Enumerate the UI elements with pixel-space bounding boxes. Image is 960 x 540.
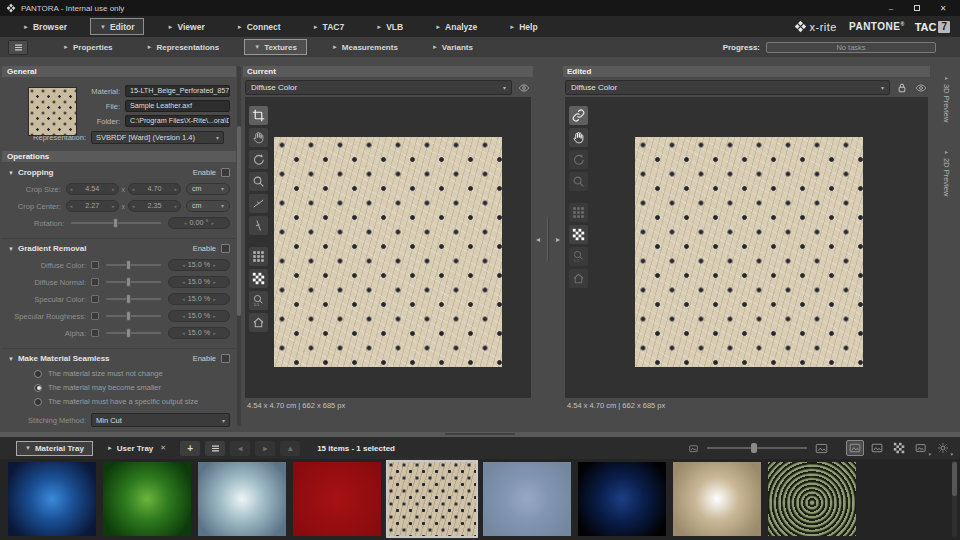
edited-zoom-actual-size-tool-button[interactable]: 1:1	[569, 247, 588, 266]
gradient-value[interactable]: ◂15.0 %▸	[168, 327, 230, 339]
menu-viewer[interactable]: ►Viewer	[158, 19, 213, 34]
current-zoom-actual-size-tool-button[interactable]: 1:1	[249, 291, 268, 310]
nav-next-button[interactable]: ▸	[255, 441, 275, 456]
radio-icon[interactable]	[34, 370, 42, 378]
current-zoom-tool-button[interactable]	[249, 172, 268, 191]
seamless-radio-option[interactable]: The material size must not change	[34, 369, 230, 378]
gradient-slider[interactable]	[106, 315, 161, 317]
lock-icon[interactable]	[895, 81, 909, 95]
nav-previous-button[interactable]: ◂	[230, 441, 250, 456]
current-tiling-grid-tool-button[interactable]	[249, 247, 268, 266]
current-pan-tool-button[interactable]	[249, 128, 268, 147]
tab-measurements[interactable]: ►Measurements	[323, 40, 407, 54]
gradient-value[interactable]: ◂15.0 %▸	[168, 310, 230, 322]
current-checker-overlay-tool-button[interactable]	[249, 269, 268, 288]
cropping-enable-checkbox[interactable]	[221, 168, 230, 177]
current-texture-image[interactable]	[274, 137, 502, 367]
tab-2d-preview[interactable]: ▸2D Preview	[942, 148, 951, 196]
edited-tiling-grid-tool-button[interactable]	[569, 203, 588, 222]
collapse-right-button[interactable]: ▸	[553, 233, 563, 246]
menu-tac7[interactable]: ►TAC7	[304, 19, 354, 34]
radio-icon[interactable]	[34, 398, 42, 406]
current-channel-select[interactable]: Diffuse Color▾	[245, 80, 512, 95]
crop-center-unit-select[interactable]: cm▾	[186, 200, 230, 212]
visibility-eye-icon[interactable]	[517, 81, 531, 95]
current-measure-vertical-tool-button[interactable]	[249, 216, 268, 235]
tray-item-slate-blue[interactable]	[483, 462, 571, 536]
close-icon[interactable]: ✕	[160, 444, 166, 452]
channel-checkbox[interactable]	[91, 295, 99, 303]
stitching-method-select[interactable]: Min Cut▾	[91, 413, 230, 427]
menu-vlb[interactable]: ►VLB	[367, 19, 412, 34]
rotation-slider[interactable]	[71, 222, 161, 224]
edited-reset-view-tool-button[interactable]	[569, 269, 588, 288]
tray-item-steel-glow[interactable]	[198, 462, 286, 536]
representation-select[interactable]: SVBRDF [Ward] (Version 1.4)▾	[91, 131, 224, 144]
menu-browser[interactable]: ►Browser	[14, 19, 76, 34]
properties-scrollbar[interactable]	[237, 66, 241, 426]
gradient-value[interactable]: ◂15.0 %▸	[168, 259, 230, 271]
gradient-slider[interactable]	[106, 298, 161, 300]
gradient-value[interactable]: ◂15.0 %▸	[168, 293, 230, 305]
collapse-triangle-icon[interactable]: ▼	[8, 246, 14, 252]
crop-center-x-spinner[interactable]: ◂2.27▸	[66, 200, 119, 212]
tab-properties[interactable]: ►Properties	[54, 40, 122, 54]
crop-center-y-spinner[interactable]: ◂2.35▸	[128, 200, 181, 212]
tray-tab-user-tray[interactable]: ►User Tray✕	[99, 441, 174, 456]
slider-thumb[interactable]	[751, 443, 757, 453]
channel-checkbox[interactable]	[91, 261, 99, 269]
file-name-input[interactable]: Sample Leather.axf	[125, 100, 230, 112]
collapse-triangle-icon[interactable]: ▼	[8, 356, 14, 362]
thumbnail-view-button[interactable]	[846, 440, 864, 456]
gradient-slider[interactable]	[106, 332, 161, 334]
channel-checkbox[interactable]	[91, 329, 99, 337]
collapse-left-button[interactable]: ◂	[533, 233, 543, 246]
current-crop-tool-button[interactable]	[249, 106, 268, 125]
seamless-radio-option[interactable]: The material must have a specific output…	[34, 397, 230, 406]
gradient-slider[interactable]	[106, 264, 161, 266]
visibility-eye-icon[interactable]	[914, 81, 928, 95]
gradient-slider[interactable]	[106, 281, 161, 283]
splitter-grip[interactable]	[445, 433, 515, 435]
detail-view-button[interactable]	[868, 440, 886, 456]
maximize-button[interactable]	[904, 0, 930, 16]
current-reset-view-tool-button[interactable]	[249, 313, 268, 332]
current-rotate-view-tool-button[interactable]	[249, 150, 268, 169]
edited-zoom-tool-button[interactable]	[569, 172, 588, 191]
menu-analyze[interactable]: ►Analyze	[426, 19, 486, 34]
gradient-value[interactable]: ◂15.0 %▸	[168, 276, 230, 288]
tab-3d-preview[interactable]: ▸3D Preview	[942, 74, 951, 122]
menu-editor[interactable]: ▼Editor	[90, 18, 145, 35]
radio-icon[interactable]	[34, 384, 42, 392]
gradient-removal-enable-checkbox[interactable]	[221, 244, 230, 253]
folder-path-input[interactable]: C:\Program Files\X-Rite\...ora\Data\AxF\…	[125, 115, 230, 127]
thumbnail-mode-dropdown-button[interactable]: ▾	[912, 440, 930, 456]
current-viewer[interactable]: 1:1	[245, 97, 531, 398]
tray-item-tan-glow[interactable]	[673, 462, 761, 536]
tab-variants[interactable]: ►Variants	[423, 40, 482, 54]
tray-item-beige-perforated[interactable]	[388, 462, 476, 536]
collapse-triangle-icon[interactable]: ▼	[8, 170, 14, 176]
current-measure-horizontal-tool-button[interactable]	[249, 194, 268, 213]
tray-item-green-radial[interactable]	[103, 462, 191, 536]
slider-thumb[interactable]	[113, 218, 118, 228]
material-name-input[interactable]: 15-LTH_Beige_Perforated_8579	[125, 85, 230, 97]
thumbnail-size-slider[interactable]	[707, 447, 807, 449]
edited-link-views-tool-button[interactable]	[569, 106, 588, 125]
minimize-button[interactable]: –	[878, 0, 904, 16]
tray-item-olive-knit[interactable]	[768, 462, 856, 536]
edited-rotate-view-tool-button[interactable]	[569, 150, 588, 169]
rotation-value[interactable]: ◂0.00 °▸	[168, 217, 230, 229]
crop-size-y-spinner[interactable]: ◂4.70▸	[128, 183, 181, 195]
tray-tab-material-tray[interactable]: ▼Material Tray	[16, 441, 93, 456]
add-tray-button[interactable]: +	[180, 441, 200, 456]
edited-pan-tool-button[interactable]	[569, 128, 588, 147]
channel-checkbox[interactable]	[91, 278, 99, 286]
panel-menu-button[interactable]	[8, 40, 28, 55]
close-button[interactable]: ✕	[930, 0, 956, 16]
edited-checker-overlay-tool-button[interactable]	[569, 225, 588, 244]
edited-viewer[interactable]: 1:1	[565, 97, 928, 398]
render-settings-dropdown-button[interactable]: ▾	[934, 440, 952, 456]
seamless-enable-checkbox[interactable]	[221, 354, 230, 363]
nav-up-button[interactable]: ▴	[280, 441, 300, 456]
